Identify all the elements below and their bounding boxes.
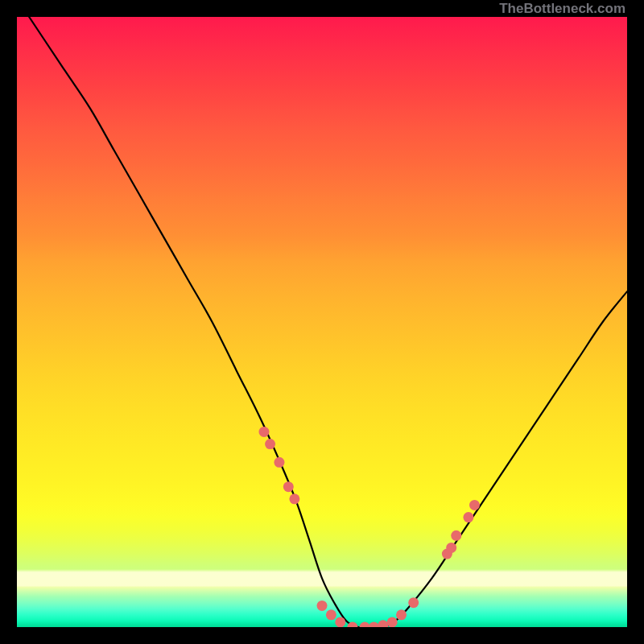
plot-area <box>17 17 627 627</box>
chart-svg <box>17 17 627 627</box>
highlight-dot <box>446 543 456 553</box>
highlight-dot <box>360 622 370 628</box>
highlight-dot <box>378 620 388 627</box>
watermark-text: TheBottleneck.com <box>499 1 625 17</box>
highlight-dot <box>463 512 473 522</box>
highlight-dot <box>289 493 299 504</box>
highlight-dot <box>283 481 294 492</box>
highlight-dot <box>326 609 336 620</box>
highlight-dot <box>335 617 345 627</box>
highlight-dot <box>369 622 379 628</box>
highlight-dot <box>396 609 407 620</box>
highlight-dot <box>451 530 461 541</box>
highlight-dot <box>387 617 398 627</box>
highlight-dot <box>317 601 328 611</box>
bottleneck-curve <box>29 17 627 627</box>
highlight-dot <box>258 427 269 437</box>
highlight-dot <box>469 500 480 510</box>
highlight-dot <box>265 439 275 449</box>
highlight-dot <box>408 597 419 608</box>
highlight-dot <box>274 457 284 468</box>
